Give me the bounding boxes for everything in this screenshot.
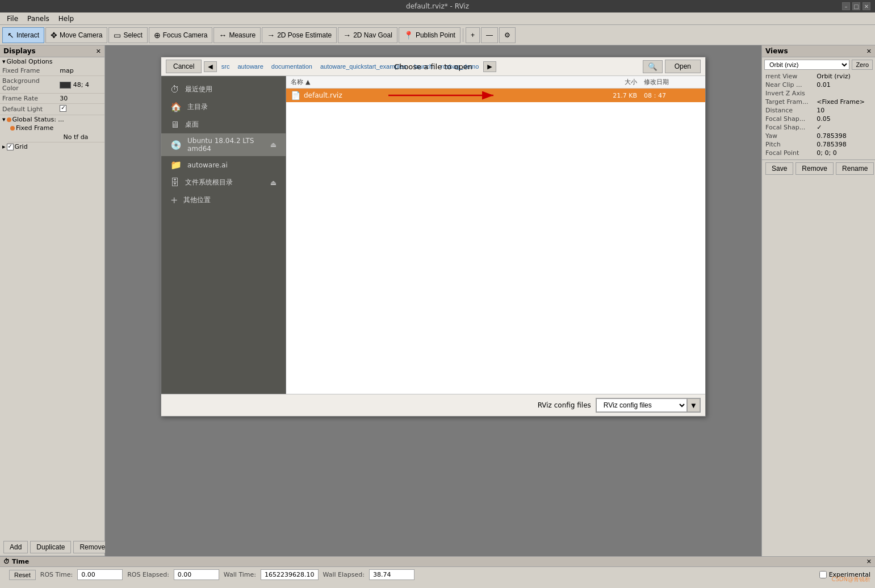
- col-name[interactable]: 名称 ▲: [291, 78, 598, 86]
- time-panel-close[interactable]: ✕: [866, 558, 872, 565]
- toolbar-gear-btn[interactable]: ⚙: [499, 27, 516, 43]
- prop-fixed-frame: Fixed Frame map: [0, 66, 104, 76]
- breadcrumb-back-btn[interactable]: ◀: [204, 61, 216, 72]
- sidebar-home[interactable]: 🏠 主目录: [161, 98, 286, 116]
- breadcrumb-autoware[interactable]: autoware: [235, 62, 267, 71]
- breadcrumb-documentation[interactable]: documentation: [268, 62, 316, 71]
- views-prop-yaw: Yaw 0.785398: [764, 132, 873, 140]
- sidebar-recent[interactable]: ⏱ 最近使用: [161, 81, 286, 98]
- toolbar-move-camera-btn[interactable]: ✥ Move Camera: [45, 27, 107, 43]
- file-item-default-rviz[interactable]: 📄 default.rviz 21.7 KB 08：47: [286, 89, 705, 102]
- views-bottom-toolbar: Save Remove Rename: [762, 159, 875, 177]
- sidebar-desktop[interactable]: 🖥 桌面: [161, 116, 286, 133]
- time-panel-icon: ⏱: [3, 558, 10, 565]
- default-light-checkbox[interactable]: [60, 105, 66, 112]
- col-date[interactable]: 修改日期: [644, 78, 701, 86]
- eject-ubuntu-btn[interactable]: ⏏: [270, 141, 277, 149]
- views-prop-current-view: rrent View Orbit (rviz): [764, 72, 873, 81]
- main-layout: Displays ✕ ▾ Global Options Fixed Frame …: [0, 45, 875, 556]
- rename-view-btn[interactable]: Rename: [836, 162, 874, 175]
- displays-tree: ▾ Global Options Fixed Frame map Backgro…: [0, 57, 104, 539]
- dialog-open-btn[interactable]: Open: [665, 60, 701, 73]
- close-btn[interactable]: ✕: [863, 2, 870, 10]
- save-view-btn[interactable]: Save: [765, 162, 793, 175]
- toolbar-select-btn[interactable]: ▭ Select: [108, 27, 147, 43]
- toolbar-measure-btn[interactable]: ↔ Measure: [213, 27, 261, 43]
- center-viewport[interactable]: Cancel ◀ src autoware documentation auto…: [105, 45, 761, 556]
- breadcrumb-quickstart[interactable]: autoware_quickstart_examples: [317, 62, 410, 71]
- ros-time-value: 0.00: [77, 569, 123, 580]
- toolbar-minus-btn[interactable]: —: [481, 27, 498, 43]
- window-title: default.rviz* - RViz: [406, 2, 469, 10]
- views-type-select[interactable]: Orbit (rviz): [764, 60, 849, 70]
- grid-checkbox[interactable]: [7, 144, 14, 150]
- add-display-btn[interactable]: Add: [3, 541, 28, 553]
- views-type-row: Orbit (rviz) Zero: [764, 60, 873, 70]
- filter-dropdown-btn[interactable]: ▼: [687, 398, 700, 412]
- views-panel-header: Views ✕: [762, 45, 875, 57]
- displays-panel-close[interactable]: ✕: [96, 48, 101, 55]
- dialog-search-btn[interactable]: 🔍: [643, 60, 663, 73]
- toolbar-publish-point-btn[interactable]: 📍 Publish Point: [399, 27, 460, 43]
- tree-item-global-options[interactable]: ▾ Global Options: [0, 57, 104, 66]
- breadcrumb-forward-btn[interactable]: ▶: [483, 61, 496, 72]
- file-filter-select[interactable]: RViz config files: [596, 398, 687, 412]
- sidebar-other-locations[interactable]: + 其他位置: [161, 191, 286, 209]
- breadcrumb-rosbag-demo[interactable]: rosbag_demo: [437, 62, 482, 71]
- filesystem-icon: 🗄: [170, 177, 179, 188]
- views-prop-invert-z: Invert Z Axis: [764, 89, 873, 98]
- menu-help[interactable]: Help: [54, 14, 78, 24]
- breadcrumb-launch[interactable]: launch: [411, 62, 436, 71]
- dialog-sidebar: ⏱ 最近使用 🏠 主目录 🖥 桌面 💿 U: [161, 76, 286, 394]
- toolbar-interact-btn[interactable]: ↖ Interact: [2, 27, 44, 43]
- tree-item-fixed-frame[interactable]: Fixed Frame: [8, 124, 104, 132]
- maximize-btn[interactable]: □: [852, 2, 860, 10]
- rviz-file-icon: 📄: [291, 91, 300, 100]
- views-prop-focal-shape1: Focal Shap... 0.05: [764, 115, 873, 123]
- toolbar-2d-pose-btn[interactable]: → 2D Pose Estimate: [262, 27, 337, 43]
- col-size[interactable]: 大小: [598, 78, 644, 86]
- tree-item-global-status[interactable]: ▾ Global Status: ...: [0, 115, 104, 124]
- menu-panels[interactable]: Panels: [23, 14, 54, 24]
- time-bar-header: ⏱ Time ✕: [0, 557, 875, 567]
- toolbar-2d-nav-btn[interactable]: → 2D Nav Goal: [338, 27, 397, 43]
- tree-item-grid[interactable]: ▸ Grid: [0, 142, 104, 151]
- views-props-table: rrent View Orbit (rviz) Near Clip ... 0.…: [764, 72, 873, 157]
- watermark: CSDN@青镜析: [831, 576, 870, 583]
- remove-view-btn[interactable]: Remove: [796, 162, 834, 175]
- views-panel-close[interactable]: ✕: [866, 48, 872, 55]
- time-reset-btn[interactable]: Reset: [9, 570, 36, 580]
- breadcrumb-src[interactable]: src: [218, 62, 233, 71]
- views-prop-near-clip: Near Clip ... 0.01: [764, 81, 873, 89]
- dialog-main-area: 名称 ▲ 大小 修改日期 📄: [286, 76, 705, 394]
- toolbar-add-btn[interactable]: +: [466, 27, 480, 43]
- prop-frame-rate: Frame Rate 30: [0, 94, 104, 104]
- toolbar-focus-camera-btn[interactable]: ⊕ Focus Camera: [149, 27, 213, 43]
- interact-icon: ↖: [7, 31, 14, 40]
- views-zero-btn[interactable]: Zero: [852, 60, 873, 70]
- dialog-cancel-btn[interactable]: Cancel: [166, 60, 202, 73]
- toolbar: ↖ Interact ✥ Move Camera ▭ Select ⊕ Focu…: [0, 25, 875, 45]
- views-prop-pitch: Pitch 0.785398: [764, 140, 873, 149]
- sidebar-autoware[interactable]: 📁 autoware.ai: [161, 156, 286, 174]
- views-prop-distance: Distance 10: [764, 106, 873, 115]
- menu-file[interactable]: File: [2, 14, 23, 24]
- title-bar: default.rviz* - RViz – □ ✕: [0, 0, 875, 12]
- desktop-icon: 🖥: [170, 119, 179, 130]
- bg-color-swatch[interactable]: [60, 82, 71, 89]
- sidebar-filesystem[interactable]: 🗄 文件系统根目录 ⏏: [161, 174, 286, 191]
- file-dialog: Cancel ◀ src autoware documentation auto…: [161, 57, 706, 417]
- toolbar-separator: [463, 28, 463, 42]
- minimize-btn[interactable]: –: [842, 2, 850, 10]
- duplicate-display-btn[interactable]: Duplicate: [30, 541, 71, 553]
- experimental-checkbox[interactable]: [819, 571, 827, 578]
- home-icon: 🏠: [170, 102, 182, 112]
- time-panel-title: Time: [12, 558, 29, 565]
- sort-arrow-icon: ▲: [305, 78, 310, 86]
- views-prop-target-frame: Target Fram... <Fixed Frame>: [764, 98, 873, 106]
- ros-elapsed-value: 0.00: [174, 569, 219, 580]
- views-prop-focal-shape2: Focal Shap... ✓: [764, 123, 873, 132]
- eject-filesystem-btn[interactable]: ⏏: [270, 179, 277, 187]
- sidebar-ubuntu[interactable]: 💿 Ubuntu 18.04.2 LTS amd64 ⏏: [161, 133, 286, 156]
- window-controls[interactable]: – □ ✕: [842, 2, 870, 10]
